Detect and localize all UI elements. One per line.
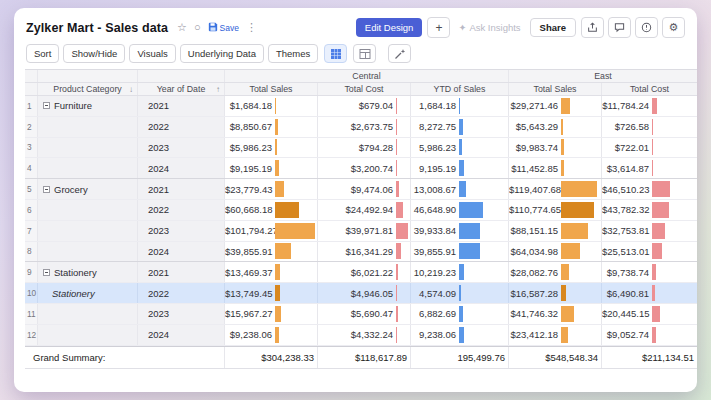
ytd-cell[interactable]: 46,648.90 — [411, 200, 509, 220]
c_ts-cell[interactable]: $13,749.45 — [225, 283, 318, 303]
c_tc-cell[interactable]: $5,690.47 — [318, 304, 411, 324]
year-cell[interactable]: 2024 — [138, 325, 225, 345]
ytd-cell[interactable]: 9,195.19 — [411, 158, 509, 178]
year-cell[interactable]: 2024 — [138, 242, 225, 262]
e_tc-cell[interactable]: $25,513.01 — [602, 242, 697, 262]
product-category-cell[interactable] — [38, 325, 138, 345]
settings-icon[interactable]: ⚙ — [662, 17, 685, 38]
row-number[interactable]: 5 — [25, 179, 38, 199]
themes-button[interactable]: Themes — [268, 44, 318, 63]
ytd-cell[interactable]: 39,855.91 — [411, 242, 509, 262]
c_tc-cell[interactable]: $9,474.06 — [318, 179, 411, 199]
product-category-cell[interactable]: Furniture — [38, 96, 138, 116]
table-row[interactable]: 10Stationery2022$13,749.45$4,946.054,574… — [25, 283, 697, 304]
e_ts-cell[interactable]: $110,774.65 — [509, 200, 602, 220]
year-cell[interactable]: 2023 — [138, 138, 225, 158]
table-row[interactable]: 9Stationery2021$13,469.37$6,021.2210,219… — [25, 262, 697, 283]
ytd-cell[interactable]: 39,933.84 — [411, 221, 509, 241]
c_tc-cell[interactable]: $2,673.75 — [318, 117, 411, 137]
c_ts-cell[interactable]: $9,195.19 — [225, 158, 318, 178]
year-cell[interactable]: 2022 — [138, 283, 225, 303]
e_tc-cell[interactable]: $3,614.87 — [602, 158, 697, 178]
c_ts-cell[interactable]: $13,469.37 — [225, 262, 318, 282]
clock-icon[interactable]: ○ — [194, 22, 201, 33]
e_ts-cell[interactable]: $11,452.85 — [509, 158, 602, 178]
table-row[interactable]: 62022$60,668.18$24,492.9446,648.90$110,7… — [25, 200, 697, 221]
row-number[interactable]: 7 — [25, 221, 38, 241]
magic-wand-icon[interactable] — [388, 44, 411, 63]
c_tc-cell[interactable]: $4,946.05 — [318, 283, 411, 303]
e_ts-cell[interactable]: $64,034.98 — [509, 242, 602, 262]
header-east-total-sales[interactable]: Total Sales — [509, 83, 602, 95]
c_tc-cell[interactable]: $679.04 — [318, 96, 411, 116]
table-row[interactable]: 112023$15,967.27$5,690.476,882.69$41,746… — [25, 304, 697, 325]
c_ts-cell[interactable]: $5,986.23 — [225, 138, 318, 158]
c_tc-cell[interactable]: $6,021.22 — [318, 262, 411, 282]
sort-button[interactable]: Sort — [26, 44, 59, 63]
underlying-data-button[interactable]: Underlying Data — [180, 44, 264, 63]
e_ts-cell[interactable]: $23,412.18 — [509, 325, 602, 345]
row-number[interactable]: 9 — [25, 262, 38, 282]
e_tc-cell[interactable]: $722.01 — [602, 138, 697, 158]
alert-icon[interactable] — [635, 17, 658, 38]
ytd-cell[interactable]: 13,008.67 — [411, 179, 509, 199]
product-category-cell[interactable] — [38, 158, 138, 178]
product-category-cell[interactable] — [38, 200, 138, 220]
product-category-cell[interactable] — [38, 304, 138, 324]
edit-design-button[interactable]: Edit Design — [356, 18, 423, 37]
c_tc-cell[interactable]: $3,200.74 — [318, 158, 411, 178]
product-category-cell[interactable]: Stationery — [38, 262, 138, 282]
table-row[interactable]: 5Grocery2021$23,779.43$9,474.0613,008.67… — [25, 179, 697, 200]
row-number[interactable]: 11 — [25, 304, 38, 324]
table-row[interactable]: 82024$39,855.91$16,341.2939,855.91$64,03… — [25, 242, 697, 263]
year-cell[interactable]: 2022 — [138, 200, 225, 220]
ytd-cell[interactable]: 1,684.18 — [411, 96, 509, 116]
c_tc-cell[interactable]: $24,492.94 — [318, 200, 411, 220]
e_tc-cell[interactable]: $726.58 — [602, 117, 697, 137]
product-category-cell[interactable] — [38, 138, 138, 158]
product-category-cell[interactable] — [38, 117, 138, 137]
star-icon[interactable]: ☆ — [177, 22, 187, 33]
table-row[interactable]: 122024$9,238.06$4,332.249,238.06$23,412.… — [25, 325, 697, 346]
year-cell[interactable]: 2021 — [138, 96, 225, 116]
e_ts-cell[interactable]: $28,082.76 — [509, 262, 602, 282]
collapse-icon[interactable] — [43, 269, 50, 276]
share-button[interactable]: Share — [530, 18, 576, 37]
row-number[interactable]: 3 — [25, 138, 38, 158]
c_ts-cell[interactable]: $101,794.27 — [225, 221, 318, 241]
row-number[interactable]: 8 — [25, 242, 38, 262]
header-product-category[interactable]: Product Category ↓ — [38, 83, 138, 95]
ytd-cell[interactable]: 8,272.75 — [411, 117, 509, 137]
collapse-icon[interactable] — [43, 186, 50, 193]
ytd-cell[interactable]: 6,882.69 — [411, 304, 509, 324]
c_ts-cell[interactable]: $15,967.27 — [225, 304, 318, 324]
e_ts-cell[interactable]: $119,407.68 — [509, 179, 602, 199]
e_tc-cell[interactable]: $32,753.81 — [602, 221, 697, 241]
e_ts-cell[interactable]: $41,746.32 — [509, 304, 602, 324]
c_ts-cell[interactable]: $8,850.67 — [225, 117, 318, 137]
c_tc-cell[interactable]: $39,971.81 — [318, 221, 411, 241]
kebab-icon[interactable]: ⋮ — [246, 22, 257, 33]
year-cell[interactable]: 2024 — [138, 158, 225, 178]
c_ts-cell[interactable]: $60,668.18 — [225, 200, 318, 220]
e_tc-cell[interactable]: $6,490.81 — [602, 283, 697, 303]
year-cell[interactable]: 2021 — [138, 179, 225, 199]
row-number[interactable]: 6 — [25, 200, 38, 220]
header-year-of-date[interactable]: Year of Date ↑ — [138, 83, 225, 95]
c_tc-cell[interactable]: $16,341.29 — [318, 242, 411, 262]
c_ts-cell[interactable]: $9,238.06 — [225, 325, 318, 345]
save-button[interactable]: Save — [208, 22, 239, 34]
c_ts-cell[interactable]: $1,684.18 — [225, 96, 318, 116]
header-east-total-cost[interactable]: Total Cost — [602, 83, 697, 95]
product-category-cell[interactable] — [38, 242, 138, 262]
e_tc-cell[interactable]: $11,784.24 — [602, 96, 697, 116]
group-header-central[interactable]: Central — [225, 70, 509, 82]
year-cell[interactable]: 2023 — [138, 221, 225, 241]
e_ts-cell[interactable]: $16,587.28 — [509, 283, 602, 303]
e_ts-cell[interactable]: $88,151.15 — [509, 221, 602, 241]
row-number[interactable]: 4 — [25, 158, 38, 178]
e_tc-cell[interactable]: $9,738.74 — [602, 262, 697, 282]
table-row[interactable]: 22022$8,850.67$2,673.758,272.75$5,643.29… — [25, 117, 697, 138]
row-number[interactable]: 1 — [25, 96, 38, 116]
header-central-total-cost[interactable]: Total Cost — [318, 83, 411, 95]
